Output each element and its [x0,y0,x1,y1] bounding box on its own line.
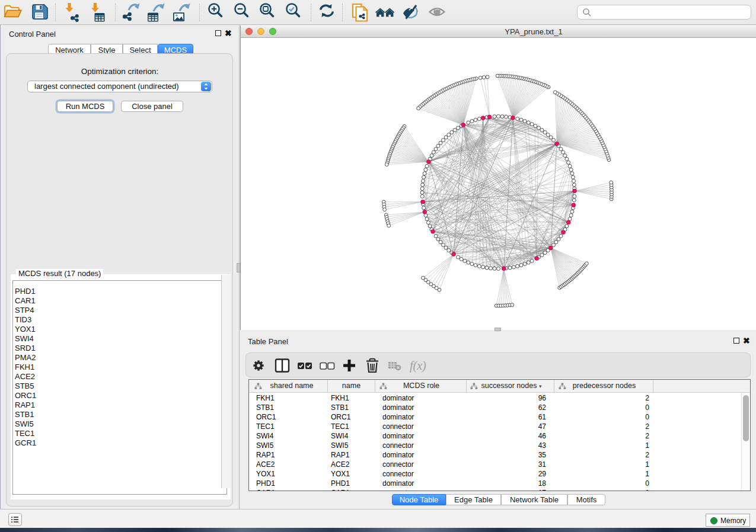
svg-text:f(x): f(x) [410,359,426,373]
